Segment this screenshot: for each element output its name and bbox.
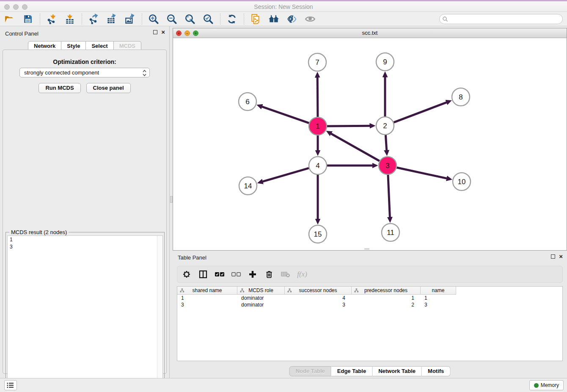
- network-window-title: scc.txt: [173, 30, 567, 36]
- task-history-button[interactable]: [4, 380, 17, 390]
- graph-edge-4-14[interactable]: [263, 168, 309, 182]
- graph-node-15[interactable]: 15: [309, 225, 327, 243]
- list-icon: [7, 382, 14, 389]
- zoom-selected-icon[interactable]: [202, 13, 215, 25]
- cell-predecessor-nodes[interactable]: 2: [352, 301, 421, 308]
- toolbar-separator: [40, 14, 40, 25]
- svg-text:15: 15: [314, 230, 322, 238]
- column-header-MCDS-role[interactable]: MCDS role: [237, 287, 285, 295]
- save-session-icon[interactable]: [22, 13, 34, 25]
- zoom-in-icon[interactable]: [147, 13, 160, 25]
- graph-node-11[interactable]: 11: [382, 224, 399, 241]
- titlebar: Session: New Session: [0, 0, 567, 12]
- toolbar-separator: [244, 14, 244, 25]
- result-scrollbar[interactable]: [157, 236, 162, 392]
- cell-name[interactable]: 1: [421, 295, 456, 301]
- add-column-icon[interactable]: [248, 269, 258, 279]
- delete-column-icon[interactable]: [264, 269, 274, 279]
- graph-edge-1-7[interactable]: [317, 77, 318, 117]
- mcds-result-title: MCDS result (2 nodes): [9, 229, 69, 235]
- vertical-splitter[interactable]: [169, 26, 173, 378]
- canvas-grip[interactable]: [364, 248, 369, 250]
- delete-table-icon[interactable]: [281, 269, 291, 279]
- graph-node-1[interactable]: 1: [309, 117, 327, 135]
- import-network-icon[interactable]: [45, 13, 58, 25]
- tab-node-table[interactable]: Node Table: [289, 366, 331, 376]
- cell-name[interactable]: 3: [421, 301, 456, 308]
- zoom-out-icon[interactable]: [165, 13, 178, 25]
- graph-edge-2-8[interactable]: [394, 102, 447, 122]
- tab-motifs[interactable]: Motifs: [422, 366, 450, 376]
- graph-node-8[interactable]: 8: [452, 88, 470, 106]
- column-header-successor-nodes[interactable]: successor nodes: [285, 287, 352, 295]
- table-tabs: Node TableEdge TableNetwork TableMotifs: [289, 366, 451, 376]
- show-all-icon[interactable]: [304, 13, 317, 25]
- graph-node-3[interactable]: 3: [379, 157, 396, 174]
- graph-node-4[interactable]: 4: [309, 157, 327, 174]
- first-neighbors-icon[interactable]: [267, 13, 280, 25]
- table-row[interactable]: 1dominator411: [177, 295, 562, 301]
- zoom-fit-icon[interactable]: [184, 13, 196, 25]
- tab-network-table[interactable]: Network Table: [372, 366, 422, 376]
- table-row[interactable]: 3dominator323: [177, 301, 562, 308]
- graph-node-2[interactable]: 2: [376, 117, 394, 135]
- column-header-predecessor-nodes[interactable]: predecessor nodes: [352, 287, 421, 295]
- search-icon: [442, 16, 448, 24]
- function-builder-icon[interactable]: f(x): [297, 269, 307, 279]
- svg-text:4: 4: [316, 162, 319, 170]
- table-header-row: shared nameMCDS rolesuccessor nodesprede…: [177, 287, 562, 295]
- network-canvas[interactable]: 1234678910111415: [173, 38, 567, 250]
- network-window-titlebar[interactable]: × – + scc.txt: [173, 28, 567, 38]
- column-header-name[interactable]: name: [421, 287, 456, 295]
- cell-predecessor-nodes[interactable]: 1: [352, 295, 421, 301]
- export-network-icon[interactable]: [87, 13, 100, 25]
- graph-edge-3-10[interactable]: [397, 168, 447, 179]
- cell-successor-nodes[interactable]: 3: [285, 301, 352, 308]
- node-table[interactable]: shared nameMCDS rolesuccessor nodesprede…: [177, 286, 563, 361]
- close-panel-button[interactable]: Close panel: [86, 83, 131, 93]
- tab-edge-table[interactable]: Edge Table: [331, 366, 372, 376]
- svg-text:6: 6: [245, 98, 249, 106]
- close-panel-icon[interactable]: ×: [161, 30, 165, 34]
- float-panel-icon[interactable]: [551, 254, 555, 259]
- svg-text:2: 2: [383, 122, 387, 130]
- graph-node-10[interactable]: 10: [453, 173, 471, 190]
- hide-selected-icon[interactable]: [286, 13, 298, 25]
- graph-edge-1-2[interactable]: [327, 126, 370, 126]
- window-title: Session: New Session: [0, 3, 567, 10]
- deselect-all-checkboxes-icon[interactable]: [231, 269, 241, 279]
- graph-edge-1-6[interactable]: [262, 107, 309, 123]
- float-panel-icon[interactable]: [153, 30, 157, 34]
- cell-shared-name[interactable]: 1: [177, 295, 237, 301]
- graph-edge-2-3[interactable]: [385, 135, 386, 150]
- column-header-shared-name[interactable]: shared name: [177, 287, 237, 295]
- graph-edge-3-1[interactable]: [331, 134, 379, 161]
- cell-MCDS-role[interactable]: dominator: [237, 301, 285, 308]
- cell-MCDS-role[interactable]: dominator: [237, 295, 285, 301]
- cell-successor-nodes[interactable]: 4: [285, 295, 352, 301]
- open-session-icon[interactable]: [3, 13, 16, 25]
- statusbar: Memory: [0, 378, 567, 392]
- graph-node-7[interactable]: 7: [308, 53, 326, 71]
- memory-button[interactable]: Memory: [529, 380, 564, 390]
- import-table-icon[interactable]: [63, 13, 76, 25]
- select-all-checkboxes-icon[interactable]: [215, 269, 225, 279]
- column-chooser-icon[interactable]: [198, 269, 208, 279]
- graph-node-14[interactable]: 14: [239, 177, 257, 195]
- search-input[interactable]: [439, 14, 563, 24]
- close-panel-icon[interactable]: ×: [559, 254, 563, 259]
- network-canvas-svg: 1234678910111415: [173, 38, 567, 250]
- graph-node-6[interactable]: 6: [239, 93, 256, 110]
- refresh-layout-icon[interactable]: [226, 13, 238, 25]
- run-mcds-button[interactable]: Run MCDS: [39, 83, 80, 93]
- table-settings-icon[interactable]: [182, 269, 192, 279]
- svg-text:14: 14: [244, 182, 252, 190]
- optimization-criterion-select[interactable]: strongly connected component: [19, 68, 150, 77]
- export-image-icon[interactable]: [124, 13, 136, 25]
- mcds-result-text[interactable]: 1 3: [7, 235, 163, 392]
- clone-network-icon[interactable]: [249, 13, 262, 25]
- graph-node-9[interactable]: 9: [376, 53, 394, 71]
- graph-edge-3-11[interactable]: [388, 175, 390, 217]
- cell-shared-name[interactable]: 3: [177, 301, 237, 308]
- export-table-icon[interactable]: [105, 13, 118, 25]
